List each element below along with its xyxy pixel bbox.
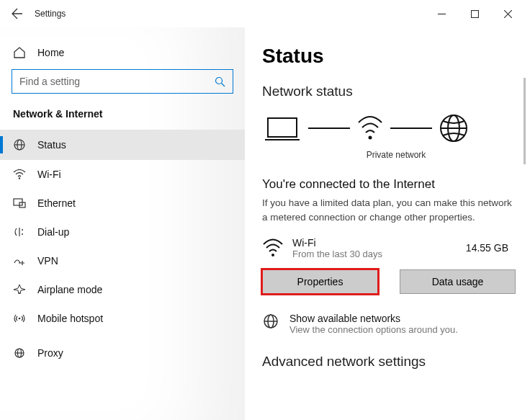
- sidebar-home[interactable]: Home: [0, 39, 245, 69]
- sidebar-item-airplane[interactable]: Airplane mode: [0, 275, 245, 304]
- sidebar-item-label: Status: [37, 139, 66, 151]
- proxy-icon: [13, 347, 26, 359]
- arrow-left-icon: [12, 8, 23, 19]
- sidebar-item-label: Proxy: [37, 347, 63, 359]
- window-title: Settings: [35, 9, 66, 19]
- globe-icon: [262, 313, 279, 330]
- svg-point-7: [19, 177, 20, 179]
- sidebar: Home Network & Internet Status Wi-Fi Eth…: [0, 27, 245, 420]
- network-diagram: [262, 112, 530, 144]
- sidebar-item-label: Wi-Fi: [37, 169, 61, 180]
- svg-point-18: [369, 136, 372, 140]
- connection-name: Wi-Fi: [292, 237, 382, 249]
- connection-row: Wi-Fi From the last 30 days 14.55 GB: [262, 237, 530, 259]
- svg-rect-16: [268, 118, 297, 137]
- diagram-caption: Private network: [310, 150, 482, 160]
- connection-line: [390, 128, 432, 129]
- connection-usage: 14.55 GB: [466, 242, 508, 254]
- minimize-button[interactable]: [425, 2, 458, 25]
- globe-icon: [438, 112, 470, 144]
- back-button[interactable]: [6, 2, 29, 25]
- home-icon: [13, 46, 26, 59]
- computer-icon: [262, 114, 302, 143]
- close-icon: [504, 10, 512, 18]
- sidebar-item-label: Mobile hotspot: [37, 313, 103, 324]
- sidebar-item-label: Dial-up: [37, 226, 69, 238]
- svg-point-22: [271, 254, 274, 256]
- sidebar-item-ethernet[interactable]: Ethernet: [0, 189, 245, 218]
- airplane-icon: [13, 284, 26, 295]
- sidebar-item-label: Ethernet: [37, 197, 76, 209]
- sidebar-item-hotspot[interactable]: Mobile hotspot: [0, 304, 245, 333]
- close-button[interactable]: [491, 2, 524, 25]
- svg-point-2: [216, 77, 223, 84]
- window-titlebar: Settings: [0, 0, 530, 27]
- section-title: Network status: [262, 84, 530, 99]
- sidebar-item-label: Airplane mode: [37, 284, 102, 295]
- search-icon: [215, 76, 225, 87]
- sidebar-item-wifi[interactable]: Wi-Fi: [0, 160, 245, 189]
- wifi-signal-icon: [356, 114, 385, 143]
- sidebar-item-dialup[interactable]: Dial-up: [0, 218, 245, 246]
- show-networks-title: Show available networks: [289, 313, 458, 324]
- connected-heading: You're connected to the Internet: [262, 177, 530, 192]
- hotspot-icon: [13, 313, 26, 324]
- dialup-icon: [13, 227, 26, 237]
- show-available-networks[interactable]: Show available networks View the connect…: [262, 313, 530, 335]
- scrollbar[interactable]: [524, 78, 526, 164]
- svg-rect-1: [471, 10, 478, 17]
- ethernet-icon: [13, 198, 26, 208]
- page-title: Status: [262, 45, 530, 68]
- sidebar-item-status[interactable]: Status: [0, 130, 245, 160]
- svg-point-10: [22, 229, 23, 231]
- wifi-icon: [262, 238, 284, 257]
- svg-point-12: [19, 318, 21, 320]
- maximize-button[interactable]: [458, 2, 491, 25]
- sidebar-category: Network & Internet: [0, 108, 245, 130]
- sidebar-item-vpn[interactable]: VPN: [0, 246, 245, 275]
- connection-line: [308, 128, 350, 129]
- properties-button[interactable]: Properties: [262, 269, 378, 294]
- connection-period: From the last 30 days: [292, 249, 382, 259]
- svg-point-11: [22, 233, 23, 235]
- connected-text: If you have a limited data plan, you can…: [262, 196, 530, 225]
- data-usage-button[interactable]: Data usage: [400, 269, 516, 294]
- button-row: Properties Data usage: [262, 269, 530, 294]
- main-panel: Status Network status Private network Yo…: [245, 27, 530, 420]
- advanced-heading: Advanced network settings: [262, 354, 530, 370]
- search-input[interactable]: [19, 76, 215, 87]
- sidebar-item-label: VPN: [37, 255, 58, 267]
- status-icon: [13, 138, 26, 151]
- show-networks-sub: View the connection options around you.: [289, 324, 458, 335]
- maximize-icon: [471, 10, 479, 18]
- search-box[interactable]: [12, 69, 233, 94]
- home-label: Home: [37, 47, 64, 58]
- wifi-icon: [13, 169, 26, 179]
- window-controls: [425, 2, 524, 25]
- sidebar-item-proxy[interactable]: Proxy: [0, 339, 245, 367]
- minimize-icon: [438, 10, 446, 18]
- vpn-icon: [13, 256, 26, 266]
- svg-line-3: [222, 83, 225, 86]
